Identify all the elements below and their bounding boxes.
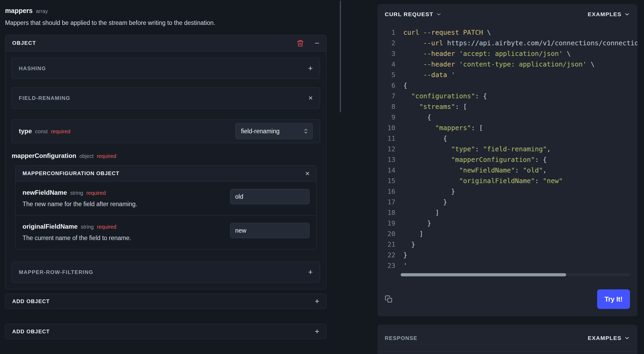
response-card: RESPONSE EXAMPLES xyxy=(377,325,637,354)
line-number: 12 xyxy=(383,144,395,154)
code-text: } xyxy=(403,197,447,207)
newFieldName-input[interactable] xyxy=(230,189,310,204)
curl-request-dropdown[interactable]: CURL REQUEST xyxy=(385,11,442,17)
field-renaming-title: FIELD-RENAMING xyxy=(19,95,70,101)
object-card: OBJECT − HASHING + xyxy=(5,35,327,289)
expand-mapper-row-filtering-button[interactable]: + xyxy=(308,268,313,276)
object-card-body: HASHING + FIELD-RENAMING × type const re… xyxy=(5,51,326,289)
response-header: RESPONSE EXAMPLES xyxy=(377,325,637,352)
type-select[interactable]: field-renaming xyxy=(235,123,313,139)
examples-label: EXAMPLES xyxy=(588,11,621,17)
field-row-newFieldName: newFieldName string required The new nam… xyxy=(16,182,316,215)
property-kind: string xyxy=(70,190,83,196)
mapper-configuration-card-header: MAPPERCONFIGURATION OBJECT × xyxy=(16,166,316,182)
type-property-row: type const required field-renaming xyxy=(12,119,320,143)
code-line: 16 } xyxy=(377,186,637,197)
field-label: originalFieldName string required xyxy=(23,223,131,230)
add-object-button-bottom[interactable]: ADD OBJECT + xyxy=(5,324,327,339)
type-property-label: type const required xyxy=(19,127,70,135)
object-card-title: OBJECT xyxy=(12,40,36,46)
page: mappers array Mappers that should be app… xyxy=(0,0,644,354)
line-number: 6 xyxy=(383,80,395,91)
field-info: originalFieldName string required The cu… xyxy=(23,223,131,242)
line-number: 9 xyxy=(383,112,395,123)
code-text: curl --request PATCH \ xyxy=(403,27,491,38)
line-number: 4 xyxy=(383,59,395,70)
code-line: 6{ xyxy=(377,80,637,91)
code-line: 1curl --request PATCH \ xyxy=(377,27,637,38)
add-object-label: ADD OBJECT xyxy=(12,298,50,304)
code-line: 17 } xyxy=(377,197,637,207)
code-text: } xyxy=(403,239,415,250)
add-object-button[interactable]: ADD OBJECT + xyxy=(5,294,327,309)
chevron-down-icon xyxy=(624,11,630,17)
code-text: ] xyxy=(403,207,439,218)
required-badge: required xyxy=(86,190,106,196)
code-line: 21 } xyxy=(377,239,637,250)
property-kind: object xyxy=(79,153,93,159)
collapse-object-button[interactable]: − xyxy=(315,39,319,47)
section-mapper-row-filtering[interactable]: MAPPER-ROW-FILTERING + xyxy=(12,262,320,283)
line-number: 16 xyxy=(383,186,395,197)
close-field-renaming-button[interactable]: × xyxy=(308,94,313,102)
code-line: 18 ] xyxy=(377,207,637,218)
code-line: 5 --data ' xyxy=(377,70,637,80)
scrollbar-thumb[interactable] xyxy=(340,1,341,112)
response-title: RESPONSE xyxy=(385,335,417,341)
code-text: --header 'content-type: application/json… xyxy=(403,59,594,70)
expand-hashing-button[interactable]: + xyxy=(308,64,313,72)
mapper-row-filtering-title: MAPPER-ROW-FILTERING xyxy=(19,269,93,275)
try-it-button[interactable]: Try It! xyxy=(597,289,630,309)
line-number: 13 xyxy=(383,154,395,165)
code-line: 15 "originalFieldName": "new" xyxy=(377,176,637,186)
section-hashing[interactable]: HASHING + xyxy=(12,58,320,79)
line-number: 18 xyxy=(383,207,395,218)
code-line: 2 --url https://api.airbyte.com/v1/conne… xyxy=(377,38,637,48)
code-text: { xyxy=(403,112,431,123)
line-number: 1 xyxy=(383,27,395,38)
property-name: newFieldName xyxy=(23,189,67,196)
trash-icon[interactable] xyxy=(297,39,304,47)
curl-request-card: CURL REQUEST EXAMPLES 1curl --request PA… xyxy=(377,4,637,316)
section-field-renaming[interactable]: FIELD-RENAMING × xyxy=(12,87,320,109)
code-line: 10 "mappers": [ xyxy=(377,123,637,133)
add-object-label: ADD OBJECT xyxy=(12,329,50,335)
object-card-header: OBJECT − xyxy=(5,35,326,51)
copy-icon[interactable] xyxy=(385,295,393,303)
code-text: "configurations": { xyxy=(403,91,487,101)
property-kind: string xyxy=(81,224,94,230)
chevron-down-icon xyxy=(436,11,442,17)
code-text: } xyxy=(403,186,455,197)
code-text: ' xyxy=(403,260,407,271)
line-number: 22 xyxy=(383,250,395,260)
api-example-panel: CURL REQUEST EXAMPLES 1curl --request PA… xyxy=(377,4,637,354)
code-line: 23' xyxy=(377,260,637,271)
code-block[interactable]: 1curl --request PATCH \2 --url https://a… xyxy=(377,25,637,271)
field-type-badge: array xyxy=(36,8,48,14)
field-description: Mappers that should be applied to the st… xyxy=(5,19,327,27)
response-examples-dropdown[interactable]: EXAMPLES xyxy=(588,335,630,341)
code-line: 4 --header 'content-type: application/js… xyxy=(377,59,637,70)
field-name: mappers xyxy=(5,7,33,15)
stepper-icon xyxy=(303,127,308,135)
code-line: 14 "newFieldName": "old", xyxy=(377,165,637,176)
field-description: The new name for the field after renamin… xyxy=(23,201,137,208)
scrollbar-thumb[interactable] xyxy=(401,273,566,276)
code-text: --header 'accept: application/json' \ xyxy=(403,48,571,59)
field-info: newFieldName string required The new nam… xyxy=(23,189,137,208)
close-mapper-configuration-button[interactable]: × xyxy=(305,170,310,177)
examples-label: EXAMPLES xyxy=(588,335,621,341)
code-horizontal-scrollbar[interactable] xyxy=(401,273,630,276)
line-number: 11 xyxy=(383,133,395,144)
mapper-configuration-label: mapperConfiguration object required xyxy=(12,152,320,160)
code-text: } xyxy=(403,250,407,260)
examples-dropdown[interactable]: EXAMPLES xyxy=(588,11,630,17)
code-text: "mappers": [ xyxy=(403,123,483,133)
curl-request-header: CURL REQUEST EXAMPLES xyxy=(377,4,637,25)
line-number: 10 xyxy=(383,123,395,133)
field-label: newFieldName string required xyxy=(23,189,137,196)
plus-icon: + xyxy=(315,328,319,335)
originalFieldName-input[interactable] xyxy=(230,223,310,238)
code-line: 19 } xyxy=(377,218,637,229)
code-line: 11 { xyxy=(377,133,637,144)
